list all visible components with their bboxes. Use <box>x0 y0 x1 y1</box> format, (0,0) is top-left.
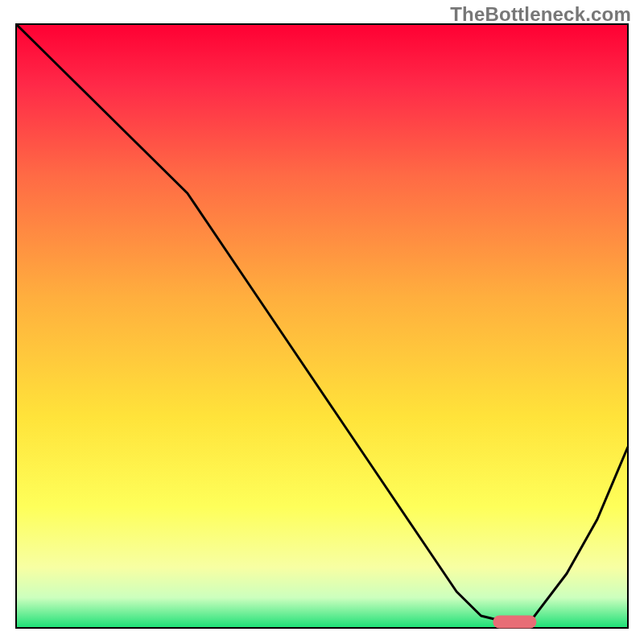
watermark-text: TheBottleneck.com <box>450 3 631 26</box>
chart-stage: TheBottleneck.com <box>0 0 644 644</box>
bottleneck-plot <box>0 0 644 644</box>
